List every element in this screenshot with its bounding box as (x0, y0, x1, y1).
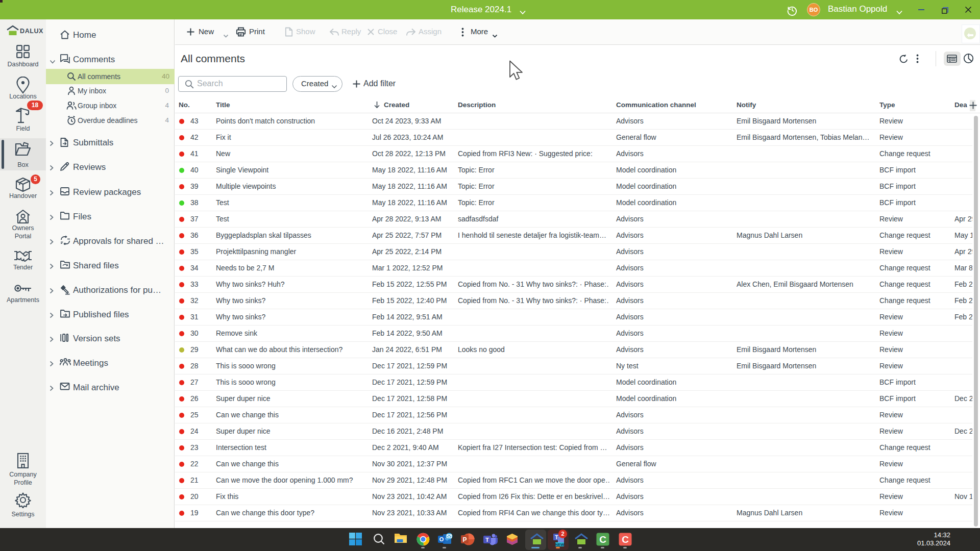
svg-text:T: T (485, 537, 489, 543)
svg-text:O: O (439, 536, 444, 542)
svg-text:C: C (622, 534, 629, 545)
svg-text:C: C (599, 534, 606, 545)
svg-text:P: P (462, 536, 467, 543)
svg-text:NEW: NEW (555, 542, 565, 546)
